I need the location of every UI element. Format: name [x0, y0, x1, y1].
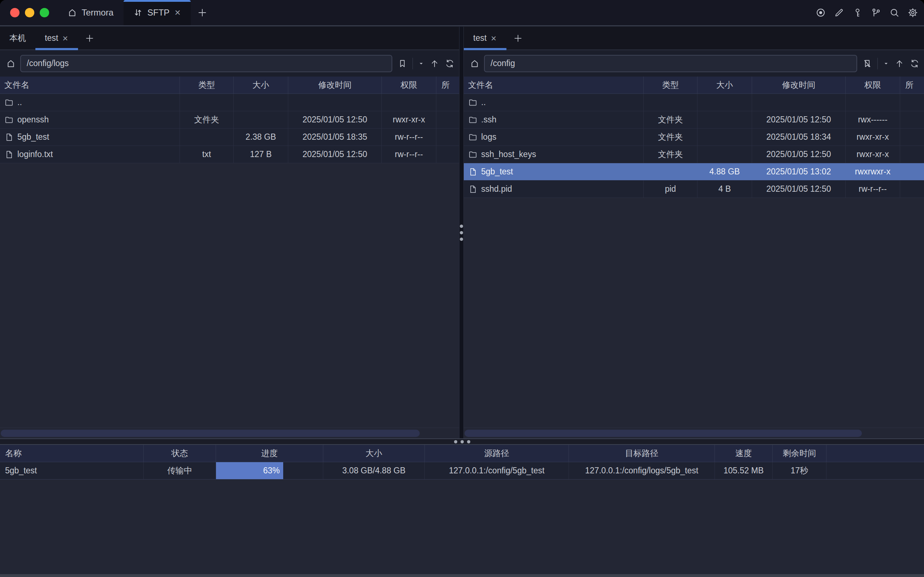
- table-row[interactable]: 5gb_test2.38 GB2025/01/05 18:35rw-r--r--: [0, 129, 459, 146]
- column-header[interactable]: 大小: [698, 77, 752, 93]
- bookmark-slash-icon[interactable]: [862, 58, 872, 69]
- column-header[interactable]: 大小: [323, 445, 425, 462]
- titlebar-actions: [815, 0, 918, 25]
- close-tab-icon[interactable]: ×: [490, 34, 497, 43]
- table-row[interactable]: .ssh文件夹2025/01/05 12:50rwx------: [464, 111, 924, 129]
- file-cell: 2025/01/05 13:02: [752, 163, 846, 180]
- branch-icon[interactable]: [871, 7, 881, 18]
- close-window-button[interactable]: [10, 8, 19, 17]
- home-directory-button[interactable]: [6, 58, 16, 69]
- column-header[interactable]: 源路径: [425, 445, 569, 462]
- table-row[interactable]: logs文件夹2025/01/05 18:34rwxr-xr-x: [464, 129, 924, 146]
- table-row[interactable]: sshd.pidpid4 B2025/01/05 12:50rw-r--r--: [464, 181, 924, 198]
- column-header[interactable]: 权限: [382, 77, 436, 93]
- file-cell: 2025/01/05 12:50: [752, 181, 846, 198]
- column-header[interactable]: 修改时间: [288, 77, 382, 93]
- column-header[interactable]: 类型: [644, 77, 698, 93]
- column-header[interactable]: 文件名: [464, 77, 644, 93]
- table-row[interactable]: ..: [0, 94, 459, 111]
- file-cell: [644, 163, 698, 180]
- close-tab-icon[interactable]: ×: [174, 8, 181, 18]
- file-name: openssh: [17, 115, 49, 124]
- column-header[interactable]: 目标路径: [569, 445, 715, 462]
- home-tab[interactable]: Termora: [57, 0, 124, 25]
- file-cell: rwx------: [846, 111, 900, 128]
- tab-sftp[interactable]: SFTP ×: [124, 0, 191, 25]
- up-directory-icon[interactable]: [894, 58, 905, 69]
- folder-icon: [468, 132, 477, 142]
- close-tab-icon[interactable]: ×: [62, 34, 69, 43]
- minimize-window-button[interactable]: [25, 8, 34, 17]
- file-cell: 2025/01/05 12:50: [752, 146, 846, 163]
- edit-icon[interactable]: [834, 7, 845, 18]
- transfer-row[interactable]: 5gb_test传输中63%3.08 GB/4.88 GB127.0.0.1:/…: [0, 462, 924, 480]
- home-directory-button[interactable]: [469, 58, 480, 69]
- file-cell: [698, 146, 752, 163]
- new-window-tab-button[interactable]: [191, 0, 214, 25]
- column-header[interactable]: 进度: [216, 445, 323, 462]
- column-header[interactable]: 状态: [144, 445, 216, 462]
- table-row[interactable]: openssh文件夹2025/01/05 12:50rwxr-xr-x: [0, 111, 459, 129]
- settings-icon[interactable]: [907, 7, 918, 18]
- tab-test-right[interactable]: test ×: [464, 27, 506, 50]
- active-tab-underline: [35, 48, 78, 50]
- add-pane-tab-button[interactable]: [78, 33, 101, 44]
- column-header-empty: [826, 445, 924, 462]
- file-cell: rwxrwxr-x: [846, 163, 900, 180]
- file-icon: [4, 150, 14, 159]
- table-row[interactable]: ..: [464, 94, 924, 111]
- column-header[interactable]: 剩余时间: [772, 445, 826, 462]
- app-window: Termora SFTP ×: [0, 0, 924, 577]
- table-row[interactable]: 5gb_test4.88 GB2025/01/05 13:02rwxrwxr-x: [464, 163, 924, 181]
- column-header[interactable]: 修改时间: [752, 77, 846, 93]
- file-cell: rwxr-xr-x: [846, 129, 900, 145]
- splitter-grip-icon: [454, 440, 470, 443]
- column-header[interactable]: 类型: [180, 77, 234, 93]
- transfer-panel-splitter[interactable]: [0, 438, 924, 445]
- file-cell: 文件夹: [644, 129, 698, 145]
- table-row[interactable]: ssh_host_keys文件夹2025/01/05 12:50rwxr-xr-…: [464, 146, 924, 163]
- column-header[interactable]: 名称: [0, 445, 144, 462]
- bookmark-icon[interactable]: [397, 58, 408, 69]
- tab-sftp-label: SFTP: [147, 8, 169, 18]
- file-cell: 文件夹: [644, 111, 698, 128]
- chevron-down-icon[interactable]: [418, 60, 424, 67]
- tab-test-left[interactable]: test ×: [35, 27, 78, 50]
- chevron-down-icon[interactable]: [883, 60, 889, 67]
- file-cell: [234, 111, 288, 128]
- file-cell: txt: [180, 146, 234, 163]
- up-directory-icon[interactable]: [429, 58, 440, 69]
- scrollbar-thumb[interactable]: [464, 430, 862, 437]
- tab-local[interactable]: 本机: [0, 27, 35, 50]
- file-cell: [846, 94, 900, 111]
- title-bar: Termora SFTP ×: [0, 0, 924, 26]
- search-icon[interactable]: [889, 7, 900, 18]
- record-icon[interactable]: [815, 7, 826, 18]
- path-input-right[interactable]: [484, 55, 857, 72]
- add-pane-tab-button[interactable]: [506, 33, 529, 44]
- column-header[interactable]: 速度: [715, 445, 772, 462]
- column-header[interactable]: 文件名: [0, 77, 180, 93]
- column-header[interactable]: 权限: [846, 77, 900, 93]
- pane-splitter-vertical[interactable]: [459, 27, 464, 438]
- key-icon[interactable]: [852, 7, 863, 18]
- file-cell: [288, 94, 382, 111]
- path-input-left[interactable]: [20, 55, 392, 72]
- active-tab-underline: [464, 48, 506, 50]
- column-header[interactable]: 大小: [234, 77, 288, 93]
- tab-test-right-label: test: [473, 33, 487, 43]
- file-name: .ssh: [481, 115, 496, 124]
- file-cell: 文件夹: [180, 111, 234, 128]
- table-row[interactable]: loginfo.txttxt127 B2025/01/05 12:50rw-r-…: [0, 146, 459, 163]
- column-header[interactable]: 所: [436, 77, 459, 93]
- transfer-status: 传输中: [144, 462, 216, 479]
- folder-icon: [468, 115, 477, 124]
- file-cell: 2025/01/05 12:50: [752, 111, 846, 128]
- maximize-window-button[interactable]: [40, 8, 49, 17]
- splitter-grip-icon: [460, 225, 463, 241]
- file-name: 5gb_test: [17, 132, 49, 142]
- refresh-icon[interactable]: [909, 58, 920, 69]
- column-header[interactable]: 所: [900, 77, 924, 93]
- refresh-icon[interactable]: [445, 58, 455, 69]
- scrollbar-thumb[interactable]: [1, 430, 420, 437]
